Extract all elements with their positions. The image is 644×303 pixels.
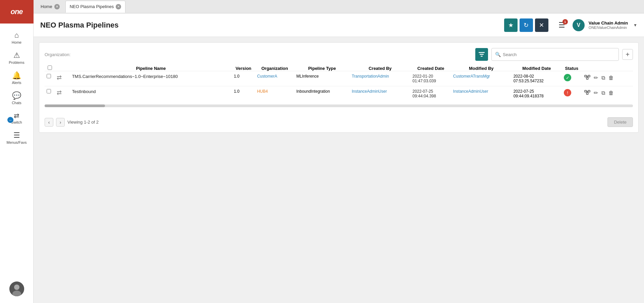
- notification-badge: 1: [562, 19, 568, 25]
- row-created-date-cell: 2022-01-20 01:47:03.039: [411, 71, 451, 86]
- next-page-button[interactable]: ›: [56, 118, 65, 127]
- created-date: 2022-01-20: [413, 74, 449, 79]
- table-row: ⇄ TMS.CarrierRecommendations~1.0~Enterpr…: [45, 71, 633, 86]
- col-created-by: Created By: [350, 66, 411, 71]
- sidebar-label-alerts: Alerts: [12, 81, 21, 85]
- flow-action-button[interactable]: [584, 74, 591, 82]
- col-pipeline-type: Pipeline Type: [294, 66, 350, 71]
- logo-text: one: [10, 7, 22, 16]
- modified-by[interactable]: InstanceAdminUser: [453, 89, 488, 94]
- created-by[interactable]: InstanceAdminUser: [352, 89, 387, 94]
- pipeline-type: InboundIntegration: [296, 89, 330, 94]
- table-container: Pipeline Name Version Organization Pipel…: [45, 66, 633, 111]
- user-info: Value Chain Admin ONEIValueChainAdmin: [589, 20, 628, 30]
- row-version-cell: 1.0: [232, 71, 255, 86]
- sidebar-item-alerts[interactable]: 🔔 Alerts: [0, 67, 33, 87]
- app-logo[interactable]: one: [0, 0, 34, 24]
- copy-action-button[interactable]: ⧉: [601, 74, 606, 82]
- row-checkbox-cell: [45, 71, 55, 86]
- svg-rect-3: [479, 52, 485, 53]
- row-pipeline-name-cell: TestInbound: [70, 86, 232, 101]
- flow-action-button[interactable]: [584, 89, 591, 97]
- row-actions-cell: ✏ ⧉ 🗑: [582, 86, 633, 101]
- pipeline-name[interactable]: TMS.CarrierRecommendations~1.0~Enterpris…: [72, 74, 230, 79]
- horizontal-scrollbar[interactable]: [45, 104, 633, 107]
- copy-action-button[interactable]: ⧉: [601, 89, 606, 97]
- tab-home-close[interactable]: ✕: [54, 4, 60, 9]
- edit-action-button[interactable]: ✏: [593, 89, 599, 97]
- sidebar-label-home: Home: [12, 40, 21, 44]
- star-button[interactable]: ★: [504, 18, 518, 32]
- created-time: 01:47:03.039: [413, 79, 449, 83]
- modified-by[interactable]: CustomerATransMgr: [453, 74, 490, 79]
- sidebar-item-switch[interactable]: ⇄ ↔ Switch: [11, 107, 22, 127]
- col-version: Version: [232, 66, 255, 71]
- select-all-checkbox[interactable]: [48, 66, 52, 70]
- page-title: NEO Plasma Pipelines: [40, 21, 500, 30]
- tab-pipelines[interactable]: NEO Plasma Pipelines ✕: [65, 1, 126, 13]
- status-error-icon: !: [564, 89, 571, 96]
- col-status: Status: [562, 66, 582, 71]
- row-checkbox[interactable]: [47, 74, 51, 78]
- delete-button[interactable]: Delete: [607, 117, 633, 127]
- switch-icon: ⇄: [14, 112, 19, 119]
- row-created-by-cell: TransportationAdmin: [350, 71, 411, 86]
- col-pipeline-name: Pipeline Name: [70, 66, 232, 71]
- tab-home[interactable]: Home ✕: [36, 1, 64, 13]
- page-header: NEO Plasma Pipelines ★ ↻ ✕ ☰ 1 V Value C…: [34, 13, 644, 37]
- pipeline-org[interactable]: CustomerA: [257, 74, 277, 79]
- row-created-date-cell: 2022-07-25 09:44:04.398: [411, 86, 451, 101]
- search-input[interactable]: [503, 52, 615, 57]
- row-pipeline-name-cell: TMS.CarrierRecommendations~1.0~Enterpris…: [70, 71, 232, 86]
- scroll-thumb[interactable]: [45, 104, 105, 107]
- header-actions: ★ ↻ ✕: [504, 18, 548, 32]
- svg-rect-8: [586, 77, 588, 79]
- edit-action-button[interactable]: ✏: [593, 74, 599, 82]
- row-org-cell: CustomerA: [255, 71, 294, 86]
- row-checkbox-cell: [45, 86, 55, 101]
- pipeline-name[interactable]: TestInbound: [72, 89, 230, 94]
- switch-item[interactable]: ⇄ ↔ Switch: [11, 107, 22, 127]
- switch-badge: ↔: [7, 117, 13, 123]
- row-actions: ✏ ⧉ 🗑: [584, 74, 631, 82]
- prev-page-button[interactable]: ‹: [45, 118, 53, 127]
- filter-button[interactable]: [475, 48, 488, 61]
- row-org-cell: HUB4: [255, 86, 294, 101]
- svg-rect-4: [480, 54, 484, 55]
- row-modified-date-cell: 2022-07-25 09:44:09.418378: [512, 86, 562, 101]
- delete-action-button[interactable]: 🗑: [608, 74, 614, 82]
- row-modified-by-cell: InstanceAdminUser: [451, 86, 512, 101]
- refresh-button[interactable]: ↻: [520, 18, 533, 32]
- warning-icon: ⚠: [13, 52, 20, 59]
- row-type-cell: InboundIntegration: [294, 86, 350, 101]
- sidebar-item-problems[interactable]: ⚠ Problems: [0, 47, 33, 67]
- menu-icon: ☰: [13, 132, 20, 139]
- created-date: 2022-07-25: [413, 89, 449, 94]
- tab-pipelines-close[interactable]: ✕: [116, 4, 121, 9]
- sidebar-item-chats[interactable]: 💬 Chats: [0, 87, 33, 107]
- pagination: ‹ › Viewing 1-2 of 2: [45, 118, 99, 127]
- created-by[interactable]: TransportationAdmin: [352, 74, 389, 79]
- col-created-date: Created Date: [411, 66, 451, 71]
- svg-rect-7: [588, 75, 590, 77]
- col-organization: Organization: [255, 66, 294, 71]
- delete-action-button[interactable]: 🗑: [608, 89, 614, 97]
- user-avatar-sidebar[interactable]: [9, 282, 24, 296]
- sidebar-item-home[interactable]: ⌂ Home: [0, 27, 33, 47]
- modified-date: 2022-07-25: [514, 89, 560, 94]
- notification-button[interactable]: ☰ 1: [555, 18, 569, 32]
- search-box[interactable]: 🔍: [491, 48, 619, 61]
- sidebar-label-chats: Chats: [12, 101, 21, 105]
- row-checkbox[interactable]: [47, 89, 51, 93]
- sidebar-label-menus: Menus/Favs: [7, 140, 27, 144]
- add-button[interactable]: +: [622, 49, 633, 60]
- status-ok-icon: ✓: [564, 74, 571, 81]
- pipeline-org[interactable]: HUB4: [257, 89, 268, 94]
- pipelines-table: Pipeline Name Version Organization Pipel…: [45, 66, 633, 101]
- home-icon: ⌂: [14, 32, 19, 39]
- row-status-cell: !: [562, 86, 582, 101]
- sidebar-item-menus[interactable]: ☰ Menus/Favs: [0, 127, 33, 147]
- close-button[interactable]: ✕: [535, 18, 548, 32]
- user-dropdown-arrow[interactable]: ▼: [633, 23, 637, 28]
- tab-pipelines-label: NEO Plasma Pipelines: [70, 4, 114, 9]
